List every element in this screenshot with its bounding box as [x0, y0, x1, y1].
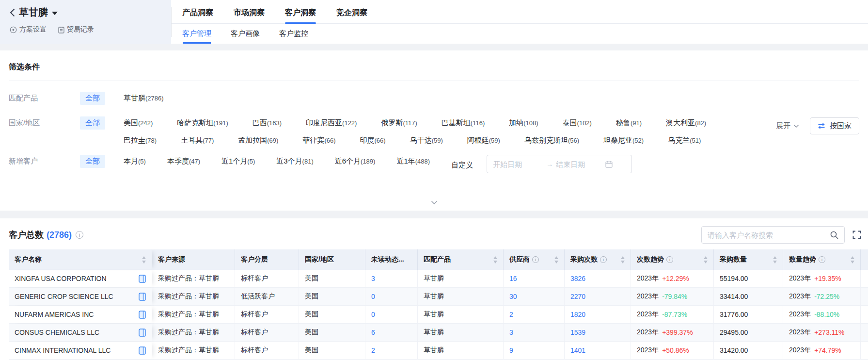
unread-updates-cell[interactable]: 0	[365, 306, 418, 323]
column-header-9[interactable]: 次数趋势i	[631, 249, 714, 270]
main-tab-1[interactable]: 产品洞察	[181, 0, 214, 23]
country-filter-item[interactable]: 加纳(108)	[509, 118, 538, 128]
supplier-count-cell[interactable]: 2	[504, 306, 565, 323]
info-icon[interactable]: i	[666, 256, 673, 263]
country-filter-item[interactable]: 巴基斯坦(116)	[442, 118, 485, 128]
customer-name[interactable]: CINMAX INTERNATIONAL LLC	[15, 346, 110, 354]
country-filter-item[interactable]: 巴西(163)	[253, 118, 282, 128]
contact-card-icon[interactable]	[139, 275, 146, 283]
country-filter-item[interactable]: 俄罗斯(117)	[381, 118, 417, 128]
end-date-input[interactable]	[556, 160, 602, 168]
customer-name-cell[interactable]: CONSUS CHEMICALS LLC	[9, 324, 152, 341]
sub-tab-1[interactable]: 客户管理	[181, 24, 212, 44]
back-icon[interactable]	[10, 8, 15, 17]
country-filter-item[interactable]: 乌克兰(51)	[668, 136, 701, 145]
sort-icon[interactable]	[617, 256, 625, 263]
fullscreen-icon[interactable]	[852, 230, 861, 239]
customer-name[interactable]: GENERIC CROP SCIENCE LLC	[15, 293, 113, 300]
sort-icon[interactable]	[489, 256, 497, 263]
new-customer-filter-item[interactable]: 近3个月(81)	[276, 157, 313, 166]
trade-records-button[interactable]: 贸易记录	[58, 25, 94, 34]
all-tag-product[interactable]: 全部	[80, 92, 105, 105]
country-filter-item[interactable]: 澳大利亚(82)	[666, 118, 706, 128]
start-date-input[interactable]	[493, 160, 543, 168]
purchase-count-cell[interactable]: 1401	[565, 342, 631, 359]
column-header-8[interactable]: 采购次数i	[565, 249, 631, 270]
info-icon[interactable]: i	[76, 231, 83, 239]
column-header-6[interactable]: 匹配产品	[418, 249, 504, 270]
country-filter-item[interactable]: 泰国(102)	[563, 118, 592, 128]
country-filter-item[interactable]: 秘鲁(91)	[616, 118, 642, 128]
contact-card-icon[interactable]	[139, 293, 146, 301]
country-filter-item[interactable]: 乌兹别克斯坦(56)	[524, 136, 579, 145]
contact-card-icon[interactable]	[139, 329, 146, 337]
contact-card-icon[interactable]	[139, 346, 146, 355]
country-filter-item[interactable]: 土耳其(77)	[181, 136, 214, 145]
sort-icon[interactable]	[700, 256, 708, 263]
new-customer-filter-item[interactable]: 本月(5)	[124, 157, 146, 166]
column-header-1[interactable]: 客户名称	[9, 249, 152, 270]
all-tag-new-customer[interactable]: 全部	[80, 155, 105, 168]
country-filter-item[interactable]: 乌干达(59)	[410, 136, 443, 145]
sort-icon[interactable]	[847, 256, 854, 263]
collapse-panel-button[interactable]	[421, 198, 447, 207]
main-tab-4[interactable]: 竞企洞察	[335, 0, 368, 23]
column-header-10[interactable]: 采购数量	[714, 249, 783, 270]
country-filter-item[interactable]: 菲律宾(66)	[302, 136, 335, 145]
country-filter-item[interactable]: 美国(242)	[124, 118, 153, 128]
plan-settings-button[interactable]: 方案设置	[10, 25, 47, 34]
sort-icon[interactable]	[551, 256, 558, 263]
sort-icon[interactable]	[138, 256, 146, 263]
info-icon[interactable]: i	[819, 256, 825, 263]
supplier-count-cell[interactable]: 9	[504, 342, 565, 359]
product-filter-item[interactable]: 草甘膦(2786)	[124, 94, 164, 103]
sort-icon[interactable]	[769, 256, 777, 263]
sub-tab-3[interactable]: 客户监控	[278, 24, 309, 44]
supplier-count-cell[interactable]: 16	[504, 270, 565, 287]
supplier-count-cell[interactable]: 30	[504, 288, 565, 305]
country-filter-item[interactable]: 阿根廷(59)	[467, 136, 500, 145]
search-icon[interactable]	[830, 231, 838, 239]
customer-name-cell[interactable]: GENERIC CROP SCIENCE LLC	[9, 288, 152, 305]
by-country-button[interactable]: 按国家	[810, 117, 859, 134]
info-icon[interactable]: i	[532, 256, 539, 263]
unread-updates-cell[interactable]: 2	[365, 342, 418, 359]
customer-name-cell[interactable]: NUFARM AMERICAS INC	[9, 306, 152, 323]
customer-name-cell[interactable]: CINMAX INTERNATIONAL LLC	[9, 342, 152, 359]
title-dropdown-icon[interactable]	[52, 12, 58, 15]
all-tag-country[interactable]: 全部	[80, 116, 105, 130]
unread-updates-cell[interactable]: 3	[365, 270, 418, 287]
purchase-count-cell[interactable]: 1820	[565, 306, 631, 323]
customer-name-cell[interactable]: XINGFA USA CORPORATION	[9, 270, 152, 287]
customer-name[interactable]: XINGFA USA CORPORATION	[15, 275, 107, 282]
custom-range-link[interactable]: 自定义	[451, 159, 473, 170]
new-customer-filter-item[interactable]: 本季度(47)	[167, 157, 200, 166]
main-tab-3[interactable]: 客户洞察	[284, 0, 317, 23]
customer-name[interactable]: NUFARM AMERICAS INC	[15, 311, 94, 318]
unread-updates-cell[interactable]: 0	[365, 288, 418, 305]
country-filter-item[interactable]: 印度(66)	[360, 136, 386, 145]
main-tab-2[interactable]: 市场洞察	[233, 0, 266, 23]
column-header-7[interactable]: 供应商i	[504, 249, 565, 270]
new-customer-filter-item[interactable]: 近6个月(189)	[335, 157, 376, 166]
supplier-count-cell[interactable]: 3	[504, 324, 565, 341]
unread-updates-cell[interactable]: 6	[365, 324, 418, 341]
page-title[interactable]: 草甘膦	[19, 6, 48, 19]
info-icon[interactable]: i	[600, 256, 607, 263]
country-filter-item[interactable]: 坦桑尼亚(52)	[603, 136, 644, 145]
country-filter-item[interactable]: 巴拉圭(78)	[124, 136, 157, 145]
new-customer-filter-item[interactable]: 近1年(488)	[396, 157, 430, 166]
search-input[interactable]	[708, 231, 826, 239]
purchase-count-cell[interactable]: 2270	[565, 288, 631, 305]
country-filter-item[interactable]: 哈萨克斯坦(191)	[177, 118, 228, 128]
contact-card-icon[interactable]	[139, 311, 146, 319]
new-customer-filter-item[interactable]: 近1个月(5)	[221, 157, 255, 166]
customer-search-box[interactable]	[701, 226, 845, 244]
date-range-picker[interactable]: →	[487, 155, 632, 173]
sub-tab-2[interactable]: 客户画像	[230, 24, 261, 44]
country-filter-item[interactable]: 孟加拉国(69)	[238, 136, 278, 145]
expand-link[interactable]: 展开	[776, 121, 799, 131]
purchase-count-cell[interactable]: 3826	[565, 270, 631, 287]
customer-name[interactable]: CONSUS CHEMICALS LLC	[15, 329, 99, 336]
country-filter-item[interactable]: 印度尼西亚(122)	[306, 118, 357, 128]
